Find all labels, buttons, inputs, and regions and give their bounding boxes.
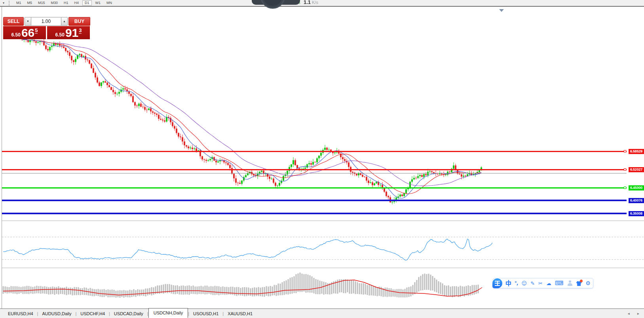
ime-toolbar: °, ☺ ✎ ✂ ☁ ⌨ ⚙ [493,278,593,288]
one-click-trading-widget: SELL ▼ ▲ BUY 6.50 66 5 6.50 91 3 [3,17,90,39]
user-account-icon[interactable] [567,280,573,286]
screenshot-scissors-icon[interactable]: ✂ [538,281,543,286]
sell-price-panel[interactable]: 6.50 66 5 [3,26,46,39]
tab-scroll-arrows[interactable]: ◂ ▸ [628,311,642,316]
timeframe-button-h1[interactable]: H1 [61,0,71,6]
price-chart-canvas[interactable] [0,0,644,318]
keyboard-icon[interactable]: ⌨ [555,281,564,286]
chart-type-dropdown-icon[interactable]: ▾ [0,1,7,5]
ime-logo-icon[interactable] [492,278,502,288]
sell-button[interactable]: SELL [3,17,24,26]
chinese-mode-icon[interactable] [506,280,511,286]
sell-price-pip: 5 [35,27,38,34]
pane-separator[interactable] [2,221,644,221]
tab-audusd-daily[interactable]: AUDUSD,Daily [38,310,75,318]
buy-price-panel[interactable]: 6.50 91 3 [47,26,90,39]
chart-left-border [2,7,2,308]
tab-usdchf-h4[interactable]: USDCHF,H4 [76,310,109,318]
timeframe-button-m15[interactable]: M15 [36,0,47,6]
buy-price-prefix: 6.50 [55,32,65,38]
timeframe-button-m1[interactable]: M1 [14,0,24,6]
timeframe-button-mn[interactable]: MN [104,0,114,6]
buy-price-pip: 3 [79,27,82,34]
network-speed-overlay[interactable]: ↓ 1.1 K/s [252,0,327,10]
timeframe-buttons: M1M5M15M30H1H4D1W1MN [14,0,116,6]
price-line-label: 6.52027 [629,167,644,172]
settings-gear-icon[interactable]: ⚙ [586,281,591,286]
volume-increase-button[interactable]: ▲ [61,17,68,26]
timeframe-button-m5[interactable]: M5 [25,0,35,6]
toolbar-grip-handle[interactable] [9,1,11,6]
line-drag-handle[interactable] [624,187,626,189]
sell-price-prefix: 6.50 [11,32,21,38]
speed-gauge-icon[interactable] [260,0,285,9]
timeframe-button-m30[interactable]: M30 [49,0,61,6]
price-line-label: 6.45000 [629,185,644,190]
line-drag-handle[interactable] [624,168,626,171]
line-drag-handle[interactable] [624,150,626,152]
chart-tabs: EURUSD,H4|AUDUSD,Daily|USDCHF,H4|USDCAD,… [0,309,256,318]
buy-price-digits: 91 [65,27,78,39]
emoji-icon[interactable]: ☺ [522,281,527,286]
timeframe-button-h4[interactable]: H4 [72,0,82,6]
tab-eurusd-h4[interactable]: EURUSD,H4 [4,310,37,318]
cloud-icon[interactable]: ☁ [546,281,551,286]
price-line-6.45000[interactable] [2,187,627,189]
timeframe-button-w1[interactable]: W1 [93,0,103,6]
tab-xauusd-h1[interactable]: XAUUSD,H1 [224,310,256,318]
price-line-6.35008[interactable] [2,213,627,214]
volume-input[interactable] [31,17,61,26]
price-line-bid[interactable] [2,173,627,173]
price-line-label: 6.58529 [629,149,644,154]
chart-shift-marker-icon[interactable] [499,9,504,12]
handwriting-pencil-icon[interactable]: ✎ [530,281,535,286]
tab-usdcnh-daily[interactable]: USDCNH,Daily [148,308,188,318]
download-arrow-icon: ↓ [298,0,301,5]
punctuation-mode-icon[interactable]: °, [515,281,518,286]
sell-price-digits: 66 [21,27,34,39]
chart-tab-bar: EURUSD,H4|AUDUSD,Daily|USDCHF,H4|USDCAD,… [0,308,644,318]
oct-controls-row: SELL ▼ ▲ BUY [3,17,90,26]
volume-dropdown-button[interactable]: ▼ [25,17,31,26]
price-line-6.58529[interactable] [2,151,627,152]
tab-usousd-h1[interactable]: USOUSD,H1 [189,310,222,318]
tab-usdcad-daily[interactable]: USDCAD,Daily [110,310,147,318]
price-line-6.40076[interactable] [2,200,627,201]
pane-separator[interactable] [2,268,644,268]
timeframe-button-d1[interactable]: D1 [82,0,92,6]
price-line-label: 6.35008 [629,211,644,216]
download-speed-value: 1.1 [304,0,311,5]
download-speed-unit: K/s [312,0,318,5]
buy-button[interactable]: BUY [68,17,90,26]
skin-tshirt-icon[interactable] [576,280,582,286]
price-line-6.52027[interactable] [2,169,627,170]
price-line-label: 6.40076 [629,198,644,203]
